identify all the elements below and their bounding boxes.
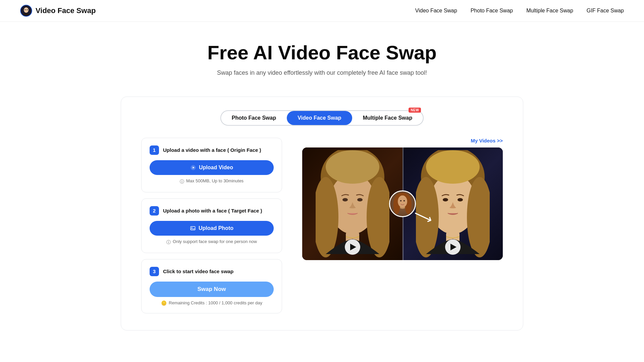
upload-photo-label: Upload Photo (199, 225, 233, 231)
svg-point-3 (27, 9, 28, 10)
swap-circle (389, 190, 416, 217)
step-1-num: 1 (150, 145, 159, 155)
play-icon-before (350, 244, 356, 250)
nav-multiple-face-swap[interactable]: Multiple Face Swap (526, 8, 573, 14)
nav-photo-face-swap[interactable]: Photo Face Swap (471, 8, 513, 14)
credits-text: Remaining Credits : 1000 / 1,000 credits… (169, 300, 262, 305)
preview-area: My Videos >> (302, 138, 503, 260)
navbar: Video Face Swap Video Face Swap Photo Fa… (0, 0, 644, 22)
svg-point-28 (443, 198, 448, 201)
svg-point-29 (458, 198, 463, 201)
svg-point-22 (404, 200, 405, 201)
svg-point-12 (326, 150, 379, 184)
step-2-num: 2 (150, 206, 159, 216)
credits-note: 🪙 Remaining Credits : 1000 / 1,000 credi… (150, 300, 274, 306)
step-1-note: ⓘ Max 500MB, Up to 30minutes (150, 178, 274, 185)
credits-icon: 🪙 (161, 300, 167, 306)
logo[interactable]: Video Face Swap (20, 5, 96, 17)
step-1-title: Upload a video with a face ( Origin Face… (163, 147, 261, 153)
step-2-title: Upload a photo with a face ( Target Face… (163, 208, 262, 214)
upload-video-icon (190, 165, 196, 171)
hero-section: Free AI Video Face Swap Swap faces in an… (0, 22, 644, 86)
hero-title: Free AI Video Face Swap (7, 42, 637, 63)
play-button-before[interactable] (345, 239, 360, 255)
my-videos-link[interactable]: My Videos >> (302, 138, 503, 143)
upload-video-button[interactable]: Upload Video (150, 160, 274, 175)
step-3-header: 3 Click to start video face swap (150, 267, 274, 276)
svg-point-20 (398, 195, 407, 207)
tab-video-face-swap[interactable]: Video Face Swap (287, 111, 352, 125)
swap-now-button[interactable]: Swap Now (150, 282, 274, 297)
step-1-note-text: Max 500MB, Up to 30minutes (186, 178, 244, 183)
nav-gif-face-swap[interactable]: GIF Face Swap (587, 8, 624, 14)
step-2-note-text: Only support face swap for one person no… (173, 239, 257, 244)
step-2-card: 2 Upload a photo with a face ( Target Fa… (141, 198, 282, 253)
nav-video-face-swap[interactable]: Video Face Swap (415, 8, 457, 14)
step-1-header: 1 Upload a video with a face ( Origin Fa… (150, 145, 274, 155)
swap-indicator: ⟶ (389, 190, 416, 217)
steps-panel: 1 Upload a video with a face ( Origin Fa… (141, 138, 282, 313)
logo-text: Video Face Swap (36, 6, 96, 15)
hero-subtitle: Swap faces in any video effortlessly wit… (7, 69, 637, 76)
svg-point-27 (426, 150, 480, 184)
logo-icon (20, 5, 32, 17)
step-3-title: Click to start video face swap (163, 268, 233, 274)
step-2-header: 2 Upload a photo with a face ( Target Fa… (150, 206, 274, 216)
tab-multiple-face-swap[interactable]: Multiple Face Swap (352, 111, 423, 125)
step-1-note-icon: ⓘ (180, 179, 184, 185)
tab-row: Photo Face Swap Video Face Swap Multiple… (141, 110, 503, 126)
svg-point-1 (24, 7, 29, 13)
nav-links: Video Face Swap Photo Face Swap Multiple… (415, 8, 624, 14)
svg-point-2 (25, 9, 26, 10)
play-icon-after (450, 244, 457, 250)
svg-point-13 (342, 198, 348, 201)
step-3-num: 3 (150, 267, 159, 276)
upload-video-label: Upload Video (199, 165, 233, 171)
step-2-note: ⓘ Only support face swap for one person … (150, 239, 274, 245)
upload-photo-icon (190, 225, 196, 231)
svg-point-21 (400, 200, 402, 201)
tab-photo-face-swap[interactable]: Photo Face Swap (221, 111, 287, 125)
swap-now-label: Swap Now (197, 286, 226, 292)
tab-group: Photo Face Swap Video Face Swap Multiple… (220, 110, 424, 126)
svg-point-14 (357, 198, 363, 201)
upload-photo-button[interactable]: Upload Photo (150, 221, 274, 236)
new-badge: NEW (409, 108, 421, 113)
step-1-card: 1 Upload a video with a face ( Origin Fa… (141, 138, 282, 192)
main-card: Photo Face Swap Video Face Swap Multiple… (121, 97, 523, 330)
play-button-after[interactable] (445, 239, 461, 255)
target-face-thumbnail (390, 191, 415, 216)
preview-container: ⟶ (302, 147, 503, 260)
content-area: 1 Upload a video with a face ( Origin Fa… (141, 138, 503, 313)
step-2-note-icon: ⓘ (166, 239, 171, 245)
tab-multiple-wrapper: Multiple Face Swap NEW (352, 111, 423, 125)
svg-rect-6 (191, 227, 195, 230)
step-3-card: 3 Click to start video face swap Swap No… (141, 259, 282, 313)
